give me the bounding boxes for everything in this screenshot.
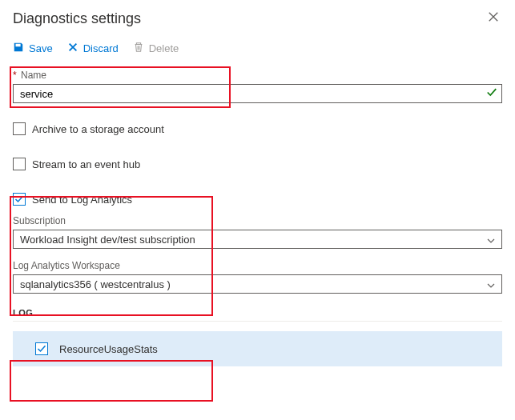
discard-button[interactable]: Discard: [67, 42, 119, 55]
close-icon[interactable]: [485, 8, 502, 29]
log-analytics-checkbox[interactable]: [13, 193, 26, 206]
log-analytics-option[interactable]: Send to Log Analytics: [13, 188, 502, 206]
name-input[interactable]: [13, 84, 502, 103]
delete-button: Delete: [133, 42, 179, 55]
workspace-section: Log Analytics Workspace sqlanalytics356 …: [13, 260, 502, 294]
discard-icon: [67, 42, 78, 55]
log-item-checkbox[interactable]: [35, 342, 48, 355]
toolbar: Save Discard Delete: [13, 35, 502, 66]
save-icon: [13, 42, 24, 55]
pane-header: Diagnostics settings: [13, 8, 502, 29]
stream-option[interactable]: Stream to an event hub: [13, 153, 502, 170]
workspace-value: sqlanalytics356 ( westcentralus ): [20, 278, 171, 290]
name-label: * Name: [13, 70, 502, 81]
name-input-wrap: [13, 84, 502, 103]
discard-label: Discard: [83, 42, 119, 54]
valid-check-icon: [486, 87, 497, 101]
subscription-label: Subscription: [13, 215, 502, 226]
stream-checkbox[interactable]: [13, 158, 26, 170]
delete-icon: [133, 42, 144, 55]
chevron-down-icon: [487, 235, 495, 243]
workspace-select[interactable]: sqlanalytics356 ( westcentralus ): [13, 274, 502, 294]
save-button[interactable]: Save: [13, 42, 53, 55]
delete-label: Delete: [149, 42, 179, 54]
archive-checkbox[interactable]: [13, 122, 26, 135]
subscription-value: Workload Insight dev/test subscription: [20, 234, 195, 246]
log-section-header: LOG: [13, 308, 502, 322]
subscription-section: Subscription Workload Insight dev/test s…: [13, 215, 502, 249]
log-item-row[interactable]: ResourceUsageStats: [13, 331, 502, 366]
save-label: Save: [29, 42, 53, 54]
log-item-label: ResourceUsageStats: [59, 343, 158, 355]
page-title: Diagnostics settings: [13, 10, 141, 27]
required-star: *: [13, 70, 17, 81]
stream-label: Stream to an event hub: [32, 158, 140, 170]
name-section: * Name: [13, 66, 502, 103]
chevron-down-icon: [487, 280, 495, 288]
workspace-label: Log Analytics Workspace: [13, 260, 502, 271]
log-analytics-label: Send to Log Analytics: [32, 194, 132, 206]
archive-label: Archive to a storage account: [32, 123, 164, 135]
subscription-select[interactable]: Workload Insight dev/test subscription: [13, 230, 502, 249]
archive-option[interactable]: Archive to a storage account: [13, 118, 502, 135]
highlight-log-analytics: [10, 196, 213, 316]
